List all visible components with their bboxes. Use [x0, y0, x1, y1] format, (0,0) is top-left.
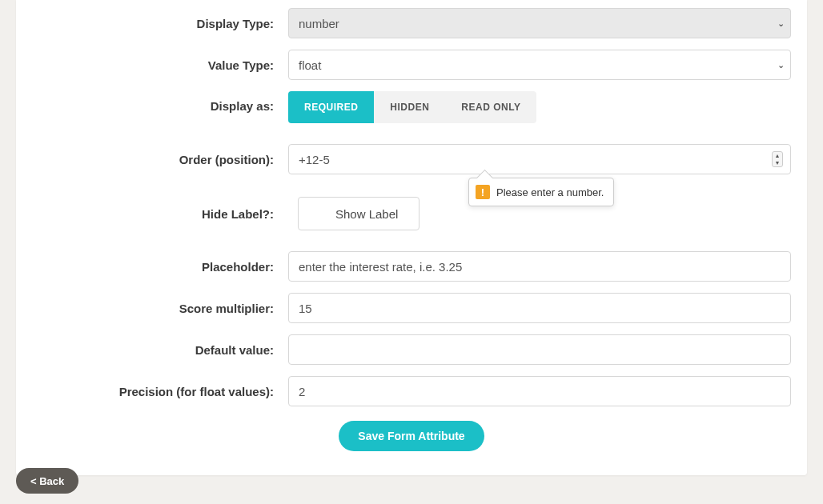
row-value-type: Value Type: float ⌄	[32, 50, 791, 80]
display-as-group: REQUIRED HIDDEN READ ONLY	[288, 91, 536, 123]
default-value-input[interactable]	[288, 334, 791, 365]
value-type-select[interactable]: float	[288, 50, 791, 80]
display-type-select[interactable]: number	[288, 8, 791, 38]
validation-tooltip: ! Please enter a number.	[468, 178, 614, 206]
order-input[interactable]	[288, 144, 791, 174]
label-default-value: Default value:	[32, 343, 288, 357]
display-as-readonly[interactable]: READ ONLY	[445, 91, 536, 123]
row-order: Order (position): ▲▼ ! Please enter a nu…	[32, 144, 791, 174]
validation-message: Please enter a number.	[496, 186, 604, 198]
row-score-multiplier: Score multiplier:	[32, 293, 791, 323]
label-order: Order (position):	[32, 153, 288, 166]
wrap-precision	[288, 376, 791, 406]
form-panel: Display Type: number ⌄ Value Type: float…	[16, 0, 807, 475]
wrap-display-as: REQUIRED HIDDEN READ ONLY	[288, 91, 791, 123]
display-as-hidden[interactable]: HIDDEN	[374, 91, 445, 123]
label-display-type: Display Type:	[32, 17, 288, 30]
wrap-default-value	[288, 334, 791, 365]
label-hide-label: Hide Label?:	[32, 207, 288, 221]
save-button[interactable]: Save Form Attribute	[339, 421, 484, 451]
row-default-value: Default value:	[32, 334, 791, 365]
row-display-as: Display as: REQUIRED HIDDEN READ ONLY	[32, 91, 791, 123]
label-score-multiplier: Score multiplier:	[32, 302, 288, 315]
placeholder-input[interactable]	[288, 251, 791, 282]
show-label-button[interactable]: Show Label	[298, 197, 420, 230]
score-multiplier-input[interactable]	[288, 293, 791, 323]
row-display-type: Display Type: number ⌄	[32, 8, 791, 38]
wrap-display-type: number ⌄	[288, 8, 791, 38]
precision-input[interactable]	[288, 376, 791, 406]
wrap-order: ▲▼ ! Please enter a number.	[288, 144, 791, 174]
row-precision: Precision (for float values):	[32, 376, 791, 406]
row-placeholder: Placeholder:	[32, 251, 791, 282]
wrap-score-multiplier	[288, 293, 791, 323]
warning-icon: !	[476, 185, 490, 199]
wrap-placeholder	[288, 251, 791, 282]
label-precision: Precision (for float values):	[32, 385, 288, 398]
back-button[interactable]: < Back	[16, 468, 78, 494]
label-placeholder: Placeholder:	[32, 260, 288, 274]
row-hide-label: Hide Label?: Show Label	[32, 197, 791, 230]
label-display-as: Display as:	[32, 91, 288, 113]
label-value-type: Value Type:	[32, 58, 288, 72]
display-as-required[interactable]: REQUIRED	[288, 91, 374, 123]
wrap-value-type: float ⌄	[288, 50, 791, 80]
